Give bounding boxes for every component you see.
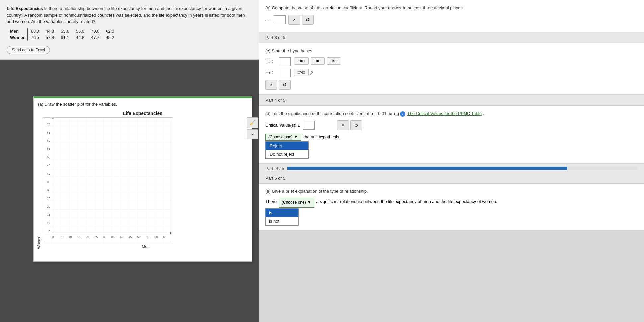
part-indicator: Part: 4 / 5	[259, 164, 644, 173]
svg-text:25: 25	[47, 197, 50, 200]
men-val-6: 62.0	[103, 28, 117, 34]
right-panel: (b) Compute the value of the correlation…	[259, 0, 644, 322]
part-c-reset-button[interactable]: ↺	[279, 80, 291, 90]
reject-dropdown-arrow: ▼	[294, 135, 298, 139]
h0-neq-button[interactable]: □≠□	[311, 57, 325, 65]
part-d-instruction: (d) Test the significance of the correla…	[265, 110, 637, 117]
h1-row: H₁ : □>□ ρ	[265, 69, 637, 77]
svg-text:30: 30	[103, 235, 106, 239]
men-val-5: 70.0	[88, 28, 103, 34]
do-not-reject-option[interactable]: Do not reject	[266, 150, 308, 158]
svg-text:10: 10	[47, 221, 50, 225]
rho-label: ρ	[311, 69, 313, 76]
women-val-6: 45.2	[103, 34, 117, 41]
svg-text:55: 55	[146, 235, 149, 239]
svg-rect-0	[43, 118, 172, 243]
part-c-section: (c) State the hypotheses. H₀ : □=□ □≠□ □…	[259, 43, 644, 95]
svg-text:50: 50	[47, 155, 50, 159]
men-val-3: 53.6	[57, 28, 72, 34]
part-indicator-label: Part: 4 / 5	[265, 166, 284, 171]
svg-text:65: 65	[163, 235, 166, 239]
is-option[interactable]: is	[266, 209, 298, 217]
svg-text:60: 60	[47, 139, 50, 142]
table-row: Women 76.5 57.8 61.1 44.8 47.7 45.2	[7, 34, 118, 41]
critical-label: Critical value(s): ±	[265, 123, 300, 128]
svg-text:25: 25	[94, 235, 98, 239]
svg-text:15: 15	[47, 213, 50, 216]
choose-one-reject-select[interactable]: (Choose one) ▼	[265, 134, 301, 141]
svg-text:10: 10	[69, 235, 72, 239]
part-d-text: (d) Test the significance of the correla…	[265, 111, 400, 116]
svg-text:35: 35	[111, 235, 115, 239]
part-d-x-button[interactable]: ×	[337, 120, 349, 130]
description-text: Life Expectancies Is there a relationshi…	[7, 5, 252, 25]
r-value-input[interactable]	[274, 15, 286, 24]
choose-one-isnot-select[interactable]: (Choose one) ▼	[279, 198, 314, 208]
women-val-3: 61.1	[57, 34, 72, 41]
part-d-section: (d) Test the significance of the correla…	[259, 106, 644, 164]
ppmc-link[interactable]: The Critical Values for the PPMC Table	[407, 111, 482, 116]
h0-eq-button[interactable]: □=□	[294, 57, 309, 65]
reject-dropdown-menu: Reject Do not reject	[265, 141, 309, 159]
critical-value-input[interactable]	[303, 121, 315, 130]
chart-canvas[interactable]: 0 5 10 15 20 25 30 35 40 45 50 55	[43, 117, 172, 243]
null-hyp-text: the null hypothesis.	[304, 134, 340, 139]
svg-text:20: 20	[47, 205, 50, 208]
part-3-header: Part 3 of 5	[259, 32, 644, 43]
part-c-buttons: × ↺	[265, 80, 637, 90]
r-input-row: r = × ↺	[265, 15, 637, 25]
svg-text:5: 5	[49, 230, 50, 233]
svg-text:30: 30	[47, 188, 50, 192]
part-b-reset-button[interactable]: ↺	[302, 15, 314, 25]
reject-row: (Choose one) ▼ the null hypothesis.	[265, 134, 637, 141]
scatter-plot-window: (a) Draw the scatter plot for the variab…	[33, 96, 252, 262]
h0-row: H₀ : □=□ □≠□ □<□	[265, 57, 637, 66]
svg-text:70: 70	[47, 123, 50, 126]
send-data-button[interactable]: Send data to Excel	[7, 46, 50, 54]
suffix-text: a significant relationship between the l…	[316, 198, 497, 205]
part-d-reset-button[interactable]: ↺	[350, 120, 362, 130]
r-label: r =	[265, 17, 271, 22]
choose-one-reject-label: (Choose one)	[268, 135, 293, 139]
h0-lt-button[interactable]: □<□	[327, 57, 341, 65]
there-label: There	[265, 198, 277, 205]
svg-text:5: 5	[61, 235, 62, 239]
is-not-option[interactable]: is not	[266, 217, 298, 225]
reject-option[interactable]: Reject	[266, 142, 308, 150]
chart-x-button[interactable]: ×	[247, 129, 258, 139]
h0-option-row-1: □=□ □≠□ □<□	[294, 57, 341, 65]
part-c-x-button[interactable]: ×	[265, 80, 277, 90]
eraser-tool-button[interactable]: 🧹	[247, 117, 258, 128]
data-table: Men 68.0 44.8 53.6 55.0 70.0 62.0 Women …	[7, 28, 118, 41]
h1-gt-button[interactable]: □>□	[294, 69, 309, 76]
women-val-4: 44.8	[73, 34, 88, 41]
part-b-instruction: (b) Compute the value of the correlation…	[265, 5, 637, 11]
svg-text:65: 65	[47, 131, 50, 134]
chart-area: 0 5 10 15 20 25 30 35 40 45 50 55	[43, 117, 249, 249]
part-5-header: Part 5 of 5	[259, 173, 644, 184]
svg-text:50: 50	[137, 235, 141, 239]
y-axis-label: Women	[37, 117, 41, 249]
h0-input[interactable]	[279, 57, 291, 66]
part-b-section: (b) Compute the value of the correlation…	[259, 0, 644, 32]
critical-value-row: Critical value(s): ± × ↺	[265, 120, 637, 130]
part-c-instruction: (c) State the hypotheses.	[265, 48, 637, 54]
svg-text:45: 45	[129, 235, 132, 239]
progress-bar-fill	[287, 167, 567, 170]
description-bold: Life Expectancies	[7, 6, 43, 11]
women-val-1: 76.5	[27, 34, 42, 41]
h0-label: H₀ :	[265, 57, 275, 64]
h1-option-row: □>□ ρ	[294, 69, 313, 76]
women-label: Women	[7, 34, 27, 41]
scatter-instruction: (a) Draw the scatter plot for the variab…	[34, 98, 252, 109]
svg-text:0: 0	[52, 235, 54, 239]
h1-input[interactable]	[279, 69, 291, 77]
choose-one-isnot-label: (Choose one)	[282, 199, 306, 206]
part-b-x-button[interactable]: ×	[288, 15, 300, 25]
svg-text:20: 20	[86, 235, 89, 239]
svg-text:45: 45	[47, 164, 50, 167]
part-e-answer-row: There (Choose one) ▼ a significant relat…	[265, 198, 637, 208]
scatter-body: Women	[34, 117, 252, 252]
women-val-2: 57.8	[42, 34, 57, 41]
left-panel: Life Expectancies Is there a relationshi…	[0, 0, 259, 322]
